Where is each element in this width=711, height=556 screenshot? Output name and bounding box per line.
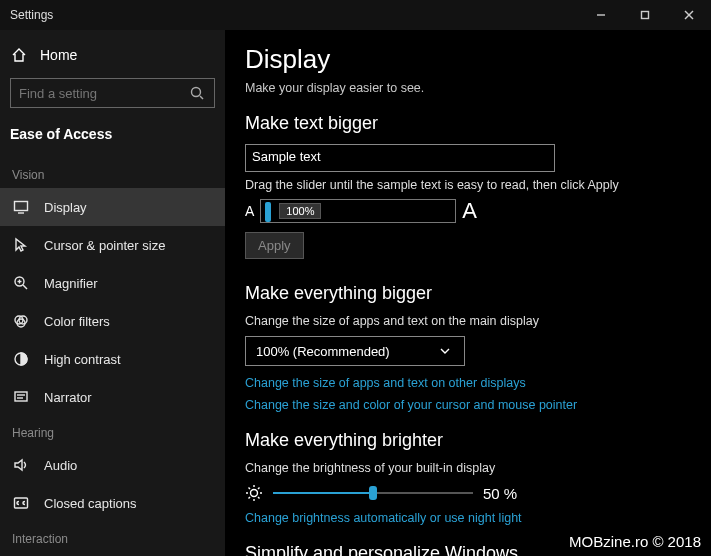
category-title: Ease of Access xyxy=(0,118,225,158)
link-cursor-size-color[interactable]: Change the size and color of your cursor… xyxy=(245,398,691,412)
window-title: Settings xyxy=(10,8,53,22)
page-title: Display xyxy=(245,44,691,75)
scale-selected: 100% (Recommended) xyxy=(256,344,390,359)
display-icon xyxy=(12,198,30,216)
color-filters-icon xyxy=(12,312,30,330)
svg-point-4 xyxy=(192,88,201,97)
group-hearing: Hearing xyxy=(0,416,225,446)
svg-rect-1 xyxy=(642,12,649,19)
slider-thumb[interactable] xyxy=(265,202,271,222)
high-contrast-icon xyxy=(12,350,30,368)
narrator-icon xyxy=(12,388,30,406)
link-night-light[interactable]: Change brightness automatically or use n… xyxy=(245,511,691,525)
sidebar-item-label: Audio xyxy=(44,458,77,473)
search-input[interactable] xyxy=(10,78,215,108)
watermark: MOBzine.ro © 2018 xyxy=(569,533,701,550)
section-make-text-bigger: Make text bigger xyxy=(245,113,691,134)
sidebar-item-label: Magnifier xyxy=(44,276,97,291)
svg-line-27 xyxy=(249,497,251,499)
close-button[interactable] xyxy=(667,0,711,30)
closed-captions-icon xyxy=(12,494,30,512)
scale-description: Change the size of apps and text on the … xyxy=(245,314,691,328)
svg-line-25 xyxy=(249,488,251,490)
search-field[interactable] xyxy=(19,86,188,101)
sidebar-item-display[interactable]: Display xyxy=(0,188,225,226)
search-icon xyxy=(188,84,206,102)
cursor-icon xyxy=(12,236,30,254)
sidebar-item-cursor[interactable]: Cursor & pointer size xyxy=(0,226,225,264)
sun-icon xyxy=(245,484,263,502)
small-a-icon: A xyxy=(245,203,254,219)
text-size-slider[interactable]: 100% xyxy=(260,199,456,223)
group-interaction: Interaction xyxy=(0,522,225,552)
sidebar-item-label: Display xyxy=(44,200,87,215)
sidebar-item-label: Cursor & pointer size xyxy=(44,238,165,253)
large-a-icon: A xyxy=(462,198,477,224)
svg-line-26 xyxy=(258,497,260,499)
svg-line-5 xyxy=(200,96,203,99)
sidebar-item-highcontrast[interactable]: High contrast xyxy=(0,340,225,378)
link-other-displays[interactable]: Change the size of apps and text on othe… xyxy=(245,376,691,390)
home-icon xyxy=(10,46,28,64)
page-subtitle: Make your display easier to see. xyxy=(245,81,691,95)
scale-dropdown[interactable]: 100% (Recommended) xyxy=(245,336,465,366)
brightness-slider[interactable] xyxy=(273,483,473,503)
sidebar-item-label: Closed captions xyxy=(44,496,137,511)
sidebar: Home Ease of Access Vision Display xyxy=(0,30,225,556)
sidebar-item-audio[interactable]: Audio xyxy=(0,446,225,484)
apply-button[interactable]: Apply xyxy=(245,232,304,259)
sidebar-item-label: High contrast xyxy=(44,352,121,367)
sample-text-preview: Sample text xyxy=(245,144,555,172)
sidebar-item-magnifier[interactable]: Magnifier xyxy=(0,264,225,302)
brightness-description: Change the brightness of your built-in d… xyxy=(245,461,691,475)
sidebar-item-narrator[interactable]: Narrator xyxy=(0,378,225,416)
titlebar: Settings xyxy=(0,0,711,30)
maximize-button[interactable] xyxy=(623,0,667,30)
svg-rect-6 xyxy=(15,202,28,211)
svg-line-9 xyxy=(23,285,27,289)
sidebar-item-label: Narrator xyxy=(44,390,92,405)
minimize-button[interactable] xyxy=(579,0,623,30)
section-make-everything-brighter: Make everything brighter xyxy=(245,430,691,451)
chevron-down-icon xyxy=(436,342,454,360)
home-nav[interactable]: Home xyxy=(0,38,225,72)
sidebar-item-closedcaptions[interactable]: Closed captions xyxy=(0,484,225,522)
svg-rect-16 xyxy=(15,392,27,401)
brightness-value: 50 % xyxy=(483,485,517,502)
svg-line-28 xyxy=(258,488,260,490)
sidebar-item-colorfilters[interactable]: Color filters xyxy=(0,302,225,340)
audio-icon xyxy=(12,456,30,474)
group-vision: Vision xyxy=(0,158,225,188)
text-size-value: 100% xyxy=(279,203,321,219)
content-pane: Display Make your display easier to see.… xyxy=(225,30,711,556)
magnifier-icon xyxy=(12,274,30,292)
slider-thumb[interactable] xyxy=(369,486,377,500)
text-size-instruction: Drag the slider until the sample text is… xyxy=(245,178,691,192)
svg-point-20 xyxy=(251,490,258,497)
sidebar-item-label: Color filters xyxy=(44,314,110,329)
home-label: Home xyxy=(40,47,77,63)
section-make-everything-bigger: Make everything bigger xyxy=(245,283,691,304)
